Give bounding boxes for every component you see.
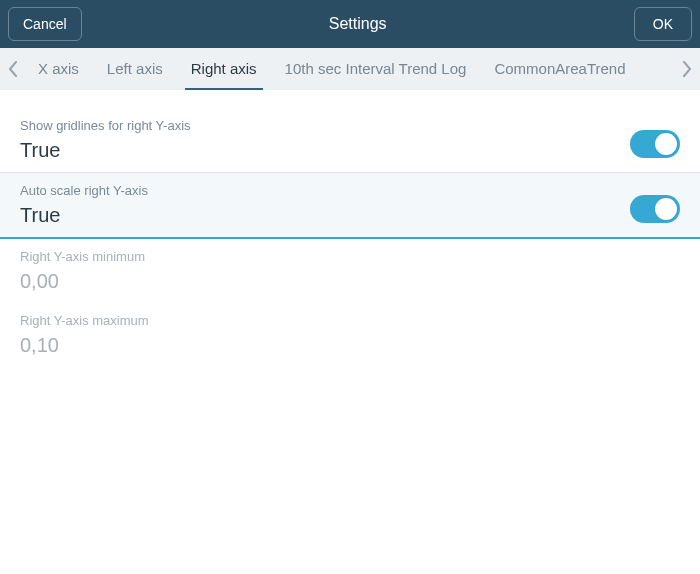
setting-label: Right Y-axis minimum xyxy=(20,249,680,264)
tab-interval-trend-log[interactable]: 10th sec Interval Trend Log xyxy=(271,48,481,90)
ok-button[interactable]: OK xyxy=(634,7,692,41)
tabs: X axis Left axis Right axis 10th sec Int… xyxy=(24,48,676,90)
setting-show-gridlines: Show gridlines for right Y-axis True xyxy=(0,108,700,173)
setting-value[interactable]: 0,10 xyxy=(20,334,680,357)
setting-auto-scale: Auto scale right Y-axis True xyxy=(0,173,700,239)
setting-value: True xyxy=(20,139,630,162)
auto-scale-toggle[interactable] xyxy=(630,195,680,223)
setting-label: Right Y-axis maximum xyxy=(20,313,680,328)
settings-content: Show gridlines for right Y-axis True Aut… xyxy=(0,90,700,367)
toggle-knob xyxy=(655,133,677,155)
tab-bar: X axis Left axis Right axis 10th sec Int… xyxy=(0,48,700,90)
tab-common-area-trend[interactable]: CommonAreaTrend xyxy=(480,48,639,90)
setting-y-min: Right Y-axis minimum 0,00 xyxy=(0,239,700,303)
setting-label: Auto scale right Y-axis xyxy=(20,183,630,198)
setting-label: Show gridlines for right Y-axis xyxy=(20,118,630,133)
setting-value: True xyxy=(20,204,630,227)
setting-value[interactable]: 0,00 xyxy=(20,270,680,293)
tabs-scroll-left-icon[interactable] xyxy=(2,48,24,90)
tabs-scroll-right-icon[interactable] xyxy=(676,48,698,90)
tab-left-axis[interactable]: Left axis xyxy=(93,48,177,90)
page-title: Settings xyxy=(329,15,387,33)
toggle-knob xyxy=(655,198,677,220)
tab-right-axis[interactable]: Right axis xyxy=(177,48,271,90)
cancel-button[interactable]: Cancel xyxy=(8,7,82,41)
tab-x-axis[interactable]: X axis xyxy=(24,48,93,90)
settings-header: Cancel Settings OK xyxy=(0,0,700,48)
setting-y-max: Right Y-axis maximum 0,10 xyxy=(0,303,700,367)
show-gridlines-toggle[interactable] xyxy=(630,130,680,158)
